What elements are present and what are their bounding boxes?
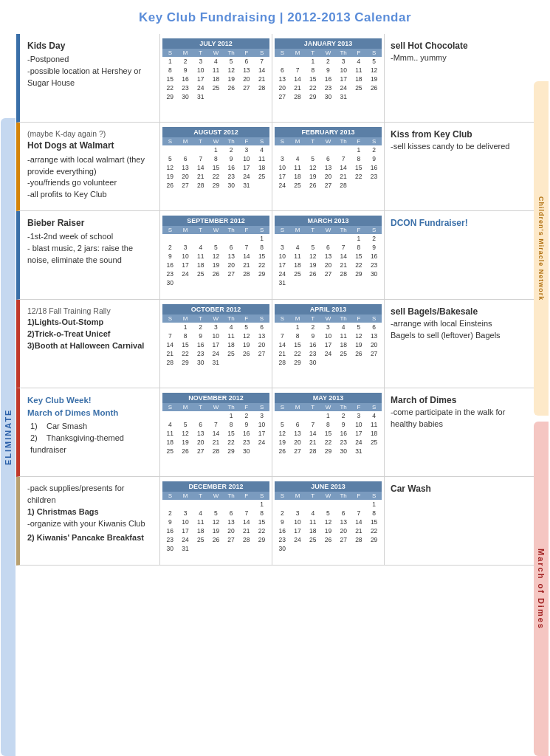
left-cell-1: Kids Day-Postponed-possible location at … <box>20 34 160 122</box>
cal2-cell-4: APRIL 2013SMTWThFS1234567891011121314151… <box>272 300 385 388</box>
section-row-4: 12/18 Fall Training Rally1)Lights-Out-St… <box>16 300 534 388</box>
left-cell-2: (maybe K-day again ?)Hot Dogs at Walmart… <box>20 123 160 210</box>
cal2-cell-6: JUNE 2013SMTWThFS12345678910111213141516… <box>272 477 385 565</box>
sidebar-mod: March of Dimes <box>534 422 549 756</box>
right-cell-2: Kiss from Key Club-sell kisses candy to … <box>385 123 522 210</box>
right-cell-1: sell Hot Chocolate-Mmm.. yummy <box>385 34 522 122</box>
left-cell-6: -pack supplies/presents for children1) C… <box>20 477 160 565</box>
cal1-cell-1: JULY 2012SMTWThFS12345678910111213141516… <box>160 34 272 122</box>
page-title: Key Club Fundraising | 2012-2013 Calenda… <box>16 0 534 34</box>
section-row-6: -pack supplies/presents for children1) C… <box>16 477 534 566</box>
left-cell-5: Key Club Week!March of Dimes Month1) Car… <box>20 388 160 476</box>
cal2-cell-5: MAY 2013SMTWThFS123456789101112131415161… <box>272 388 385 476</box>
right-cell-5: March of Dimes-come participate in the w… <box>385 388 522 476</box>
cal2-cell-2: FEBRUARY 2013SMTWThFS1234567891011121314… <box>272 123 385 210</box>
cal2-cell-3: MARCH 2013SMTWThFS1234567891011121314151… <box>272 211 385 299</box>
section-row-5: Key Club Week!March of Dimes Month1) Car… <box>16 388 534 477</box>
eliminate-label: ELIMINATE <box>4 409 13 465</box>
cal1-cell-6: DECEMBER 2012SMTWThFS1234567891011121314… <box>160 477 272 565</box>
cal1-cell-4: OCTOBER 2012SMTWThFS12345678910111213141… <box>160 300 272 388</box>
cal1-cell-3: SEPTEMBER 2012SMTWThFS123456789101112131… <box>160 211 272 299</box>
left-cell-3: Bieber Raiser-1st-2nd week of school- bl… <box>20 211 160 299</box>
cmn-label: Children's Miracle Network <box>537 196 545 300</box>
cal1-cell-5: NOVEMBER 2012SMTWThFS1234567891011121314… <box>160 388 272 476</box>
mod-label: March of Dimes <box>537 549 546 630</box>
section-row-2: (maybe K-day again ?)Hot Dogs at Walmart… <box>16 123 534 211</box>
section-row-1: Kids Day-Postponed-possible location at … <box>16 34 534 123</box>
sidebar-eliminate: ELIMINATE <box>1 118 16 756</box>
right-cell-3: DCON Fundraiser! <box>385 211 522 299</box>
section-row-3: Bieber Raiser-1st-2nd week of school- bl… <box>16 211 534 300</box>
left-cell-4: 12/18 Fall Training Rally1)Lights-Out-St… <box>20 300 160 388</box>
right-cell-6: Car Wash <box>385 477 522 565</box>
sidebar-cmn: Children's Miracle Network <box>534 81 549 416</box>
cal1-cell-2: AUGUST 2012SMTWThFS123456789101112131415… <box>160 123 272 210</box>
cal2-cell-1: JANUARY 2013SMTWThFS12345678910111213141… <box>272 34 385 122</box>
right-cell-4: sell Bagels/Bakesale-arrange with local … <box>385 300 522 388</box>
